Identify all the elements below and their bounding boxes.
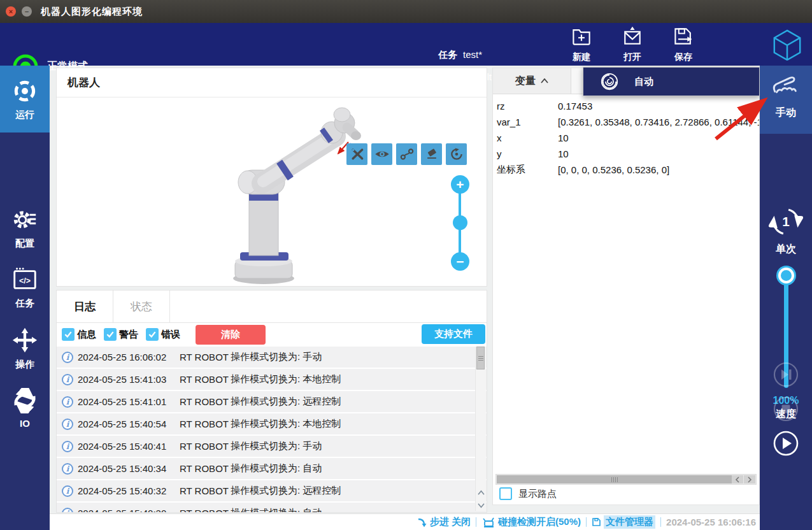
- robot-panel-title: 机器人: [57, 68, 487, 97]
- checkbox-checked-icon: [146, 328, 159, 341]
- file-manager-button[interactable]: 文件管理器: [592, 515, 655, 529]
- visibility-button[interactable]: [371, 143, 392, 165]
- info-icon: i: [62, 352, 73, 363]
- titlebar: × – 机器人图形化编程环境: [0, 0, 812, 23]
- play-button[interactable]: [773, 431, 799, 456]
- zoom-slider-knob[interactable]: [453, 215, 467, 230]
- clear-log-button[interactable]: 清除: [196, 325, 266, 345]
- log-scrollbar-thumb[interactable]: [476, 347, 485, 369]
- sidebar-item-io[interactable]: IO: [0, 379, 50, 438]
- save-icon: [672, 25, 695, 48]
- new-folder-icon: [570, 25, 593, 48]
- tab-status[interactable]: 状态: [113, 290, 170, 322]
- stop-button[interactable]: [773, 396, 799, 422]
- info-icon: i: [62, 396, 73, 408]
- play-icon: [773, 431, 799, 456]
- status-timestamp: 2024-05-25 16:06:16: [666, 517, 756, 527]
- info-icon: i: [62, 508, 73, 513]
- variable-row: y10: [493, 146, 759, 162]
- checkbox-unchecked-icon: [499, 487, 512, 500]
- zoom-out-button[interactable]: −: [451, 252, 469, 271]
- show-waypoints-checkbox[interactable]: 显示路点: [499, 487, 557, 500]
- step-mode-toggle[interactable]: 步进 关闭: [417, 516, 471, 528]
- support-files-button[interactable]: 支持文件: [422, 324, 485, 344]
- run-icon: [11, 78, 38, 104]
- app-window: × – 机器人图形化编程环境 正常模式 任务 test* 配置 default …: [0, 0, 812, 530]
- log-tabs: 日志 状态: [57, 290, 487, 323]
- log-row: i2024-05-25 15:40:32RT ROBOT操作模式切换为: 远程控…: [57, 480, 487, 501]
- single-run-button[interactable]: 1 单次: [760, 204, 812, 256]
- zoom-in-button[interactable]: +: [451, 175, 469, 194]
- tools-button[interactable]: [346, 143, 367, 165]
- tab-variables[interactable]: 变量: [493, 68, 571, 94]
- speed-slider-knob[interactable]: [778, 268, 794, 283]
- header: 正常模式 任务 test* 配置 default 新建 打开: [0, 23, 812, 66]
- scroll-down-icon[interactable]: [476, 499, 486, 511]
- log-row: i2024-05-25 15:41:01RT ROBOT操作模式切换为: 远程控…: [57, 391, 487, 412]
- tools-icon: [349, 147, 366, 162]
- window-title: 机器人图形化编程环境: [41, 6, 143, 18]
- log-row: i2024-05-25 15:41:03RT ROBOT操作模式切换为: 本地控…: [57, 369, 487, 390]
- stop-icon: [773, 396, 799, 422]
- eye-icon: [374, 147, 390, 162]
- annotation-arrow: [706, 94, 769, 147]
- task-row: 任务 test*: [438, 49, 482, 61]
- scroll-right-icon[interactable]: [744, 475, 755, 483]
- move-arrows-icon: [11, 326, 39, 354]
- log-filter-row: 信息 警告 错误 清除 支持文件: [57, 322, 487, 347]
- open-icon: [621, 25, 644, 48]
- robot-arm-render: [57, 97, 487, 286]
- code-window-icon: </>: [11, 265, 39, 293]
- open-button[interactable]: 打开: [612, 25, 653, 63]
- log-panel: 日志 状态 信息 警告 错误 清除 支持文件 i2024-05-25 16:06…: [56, 290, 487, 513]
- task-label: 任务: [438, 49, 457, 61]
- filter-info-checkbox[interactable]: 信息: [62, 328, 96, 341]
- sidebar-item-operate[interactable]: 操作: [0, 319, 50, 378]
- robot-3d-viewport[interactable]: + −: [57, 97, 487, 286]
- sidebar-item-run[interactable]: 运行: [0, 66, 50, 132]
- save-button[interactable]: 保存: [663, 25, 704, 63]
- log-row: i2024-05-25 15:40:30RT ROBOT操作模式切换为: 自动: [57, 503, 487, 512]
- status-bar: 步进 关闭 碰撞检测开启(50%) 文件管理器 2024-05-25 16:06…: [50, 513, 760, 530]
- io-cycle-icon: [11, 388, 39, 413]
- tab-log[interactable]: 日志: [57, 290, 113, 322]
- divider: [476, 517, 476, 527]
- hscrollbar-thumb[interactable]: [497, 475, 732, 483]
- erase-button[interactable]: [421, 143, 442, 165]
- checkbox-checked-icon: [62, 328, 75, 341]
- info-icon: i: [62, 441, 73, 452]
- scroll-up-icon[interactable]: [476, 487, 486, 498]
- checkbox-checked-icon: [104, 328, 117, 341]
- new-button[interactable]: 新建: [561, 25, 602, 63]
- robot-panel: 机器人: [56, 68, 487, 287]
- step-arrow-icon: [417, 517, 427, 527]
- collision-detect-toggle[interactable]: 碰撞检测开启(50%): [481, 516, 581, 528]
- close-icon[interactable]: ×: [6, 6, 16, 17]
- variables-hscrollbar[interactable]: [495, 474, 757, 485]
- left-sidebar: 运行 配置 </> 任务: [0, 66, 50, 530]
- log-row: i2024-05-25 15:40:41RT ROBOT操作模式切换为: 手动: [57, 436, 487, 457]
- info-icon: i: [62, 419, 73, 430]
- brand-logo-icon: [772, 29, 802, 61]
- eraser-icon: [424, 147, 440, 162]
- step-next-button[interactable]: [773, 362, 799, 387]
- info-icon: i: [62, 485, 73, 497]
- sidebar-item-task[interactable]: </> 任务: [0, 258, 50, 317]
- log-list: i2024-05-25 16:06:02RT ROBOT操作模式切换为: 手动 …: [57, 347, 487, 512]
- hand-icon: [768, 73, 804, 103]
- divider: [660, 517, 661, 527]
- filter-warning-checkbox[interactable]: 警告: [104, 328, 138, 341]
- minimize-icon[interactable]: –: [22, 6, 32, 17]
- rotate-icon: [448, 147, 465, 162]
- scroll-left-icon[interactable]: [732, 475, 743, 483]
- path-button[interactable]: [396, 143, 417, 165]
- info-icon: i: [62, 374, 73, 385]
- sidebar-item-config[interactable]: 配置: [0, 198, 50, 257]
- rotate-view-button[interactable]: [446, 143, 467, 165]
- log-scrollbar[interactable]: [475, 347, 486, 511]
- variable-row: 坐标系[0, 0, 0, 0.5236, 0.5236, 0]: [493, 162, 759, 178]
- divider: [586, 517, 587, 527]
- info-icon: i: [62, 463, 73, 475]
- filter-error-checkbox[interactable]: 错误: [146, 328, 180, 341]
- mode-option-auto[interactable]: 自动: [583, 67, 760, 96]
